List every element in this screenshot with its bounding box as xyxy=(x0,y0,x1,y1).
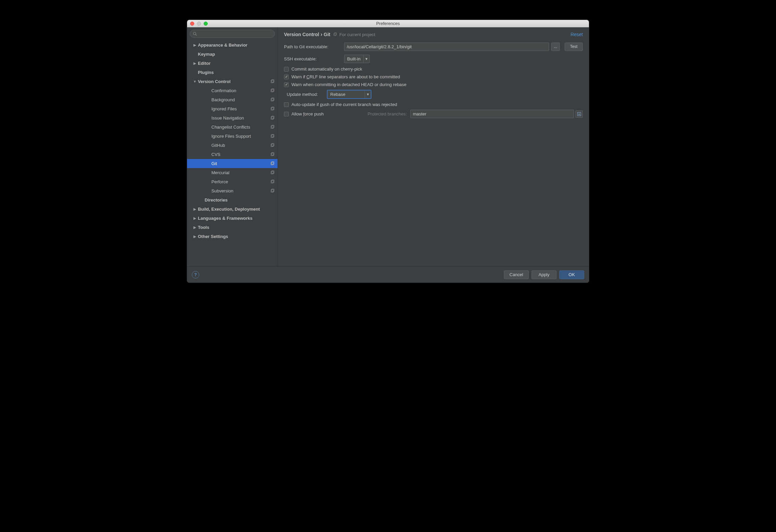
project-scope-icon xyxy=(270,125,275,130)
sidebar-item-label: Version Control xyxy=(198,79,268,84)
apply-button[interactable]: Apply xyxy=(532,270,557,279)
svg-line-1 xyxy=(196,34,197,35)
git-path-label: Path to Git executable: xyxy=(284,44,344,49)
sidebar-item-perforce[interactable]: Perforce xyxy=(187,177,278,186)
project-scope-icon xyxy=(270,161,275,166)
project-scope-icon xyxy=(270,98,275,102)
sidebar-item-background[interactable]: Background xyxy=(187,95,278,104)
sidebar-item-editor[interactable]: ▶Editor xyxy=(187,59,278,68)
sidebar-item-label: Directories xyxy=(205,197,275,203)
sidebar-item-label: Subversion xyxy=(211,188,268,193)
sidebar-item-label: Build, Execution, Deployment xyxy=(198,207,275,212)
project-scope-icon xyxy=(270,79,275,84)
sidebar-item-ignored-files[interactable]: Ignored Files xyxy=(187,104,278,113)
ssh-executable-value: Built-in xyxy=(344,56,363,61)
sidebar-item-keymap[interactable]: Keymap xyxy=(187,50,278,59)
sidebar-item-github[interactable]: GitHub xyxy=(187,141,278,150)
sidebar-item-plugins[interactable]: Plugins xyxy=(187,68,278,77)
sidebar-item-issue-navigation[interactable]: Issue Navigation xyxy=(187,113,278,123)
project-scope-icon xyxy=(333,32,337,37)
warn-crlf-checkbox[interactable] xyxy=(284,75,289,79)
expand-icon xyxy=(577,112,581,116)
warn-crlf-label: Warn if CRLF line separators are about t… xyxy=(291,74,400,79)
auto-update-push-label: Auto-update if push of the current branc… xyxy=(291,102,397,107)
titlebar: Preferences xyxy=(187,20,589,27)
ok-button[interactable]: OK xyxy=(559,270,584,279)
project-scope-icon xyxy=(270,116,275,121)
warn-detached-checkbox[interactable] xyxy=(284,82,289,87)
settings-search-input[interactable] xyxy=(199,31,272,36)
sidebar-item-changelist-conflicts[interactable]: Changelist Conflicts xyxy=(187,123,278,132)
git-path-input[interactable] xyxy=(344,43,549,51)
sidebar-item-label: GitHub xyxy=(211,143,268,148)
git-path-browse-button[interactable]: ... xyxy=(551,43,560,51)
sidebar-item-label: Appearance & Behavior xyxy=(198,43,275,48)
sidebar-item-label: Languages & Frameworks xyxy=(198,216,275,221)
protected-branches-label: Protected branches: xyxy=(367,111,407,116)
tree-arrow-icon: ▶ xyxy=(192,207,198,211)
sidebar-item-label: Changelist Conflicts xyxy=(211,125,268,130)
auto-update-push-checkbox[interactable] xyxy=(284,102,289,107)
allow-force-push-checkbox[interactable] xyxy=(284,112,289,116)
scope-label: For current project xyxy=(339,32,375,37)
cancel-button[interactable]: Cancel xyxy=(504,270,529,279)
project-scope-icon xyxy=(270,170,275,175)
tree-arrow-icon: ▼ xyxy=(192,80,198,83)
sidebar-item-label: Git xyxy=(211,161,268,166)
sidebar-item-tools[interactable]: ▶Tools xyxy=(187,223,278,232)
sidebar-item-subversion[interactable]: Subversion xyxy=(187,186,278,195)
project-scope-icon xyxy=(270,152,275,157)
sidebar-item-build-execution-deployment[interactable]: ▶Build, Execution, Deployment xyxy=(187,205,278,214)
sidebar-item-label: Mercurial xyxy=(211,170,268,175)
sidebar-item-directories[interactable]: Directories xyxy=(187,195,278,205)
sidebar-item-appearance-behavior[interactable]: ▶Appearance & Behavior xyxy=(187,41,278,50)
cherry-pick-label: Commit automatically on cherry-pick xyxy=(291,66,362,72)
ssh-executable-label: SSH executable: xyxy=(284,56,344,61)
breadcrumb-separator: › xyxy=(320,31,322,37)
project-scope-icon xyxy=(270,88,275,93)
tree-arrow-icon: ▶ xyxy=(192,225,198,229)
project-scope-icon xyxy=(270,134,275,139)
sidebar-item-mercurial[interactable]: Mercurial xyxy=(187,168,278,177)
breadcrumb-leaf: Git xyxy=(324,32,330,37)
window-title: Preferences xyxy=(187,21,589,26)
ssh-executable-select[interactable]: Built-in ▼ xyxy=(344,55,370,63)
git-test-button[interactable]: Test xyxy=(565,43,583,51)
tree-arrow-icon: ▶ xyxy=(192,216,198,220)
tree-arrow-icon: ▶ xyxy=(192,43,198,47)
preferences-window: Preferences ▶Appearance & BehaviorKeymap… xyxy=(187,20,589,283)
reset-link[interactable]: Reset xyxy=(570,32,583,37)
sidebar-item-label: Ignore Files Support xyxy=(211,134,268,139)
sidebar-item-label: Issue Navigation xyxy=(211,115,268,121)
sidebar-item-label: CVS xyxy=(211,152,268,157)
update-method-value: Rebase xyxy=(328,92,365,97)
sidebar-item-cvs[interactable]: CVS xyxy=(187,150,278,159)
sidebar-item-label: Keymap xyxy=(198,52,275,57)
warn-detached-label: Warn when committing in detached HEAD or… xyxy=(291,82,407,87)
sidebar-item-git[interactable]: Git xyxy=(187,159,278,168)
help-button[interactable]: ? xyxy=(192,271,199,278)
sidebar-item-confirmation[interactable]: Confirmation xyxy=(187,86,278,95)
breadcrumb-root: Version Control xyxy=(284,32,319,37)
svg-point-0 xyxy=(193,32,196,35)
sidebar-item-other-settings[interactable]: ▶Other Settings xyxy=(187,232,278,241)
protected-branches-expand-button[interactable] xyxy=(575,110,583,118)
sidebar-item-label: Confirmation xyxy=(211,88,268,93)
project-scope-icon xyxy=(270,143,275,148)
protected-branches-input[interactable] xyxy=(410,110,574,118)
chevron-down-icon: ▼ xyxy=(365,90,371,98)
sidebar-item-ignore-files-support[interactable]: Ignore Files Support xyxy=(187,132,278,141)
project-scope-icon xyxy=(270,107,275,111)
sidebar-item-languages-frameworks[interactable]: ▶Languages & Frameworks xyxy=(187,214,278,223)
sidebar-item-version-control[interactable]: ▼Version Control xyxy=(187,77,278,86)
settings-search[interactable] xyxy=(190,30,275,38)
sidebar-item-label: Other Settings xyxy=(198,234,275,239)
cherry-pick-checkbox[interactable] xyxy=(284,67,289,72)
update-method-select[interactable]: Rebase ▼ xyxy=(327,90,371,99)
settings-tree[interactable]: ▶Appearance & BehaviorKeymap▶EditorPlugi… xyxy=(187,40,278,266)
tree-arrow-icon: ▶ xyxy=(192,61,198,65)
update-method-label: Update method: xyxy=(284,92,327,97)
sidebar-item-label: Perforce xyxy=(211,179,268,184)
chevron-down-icon: ▼ xyxy=(363,55,369,63)
sidebar-item-label: Tools xyxy=(198,225,275,230)
